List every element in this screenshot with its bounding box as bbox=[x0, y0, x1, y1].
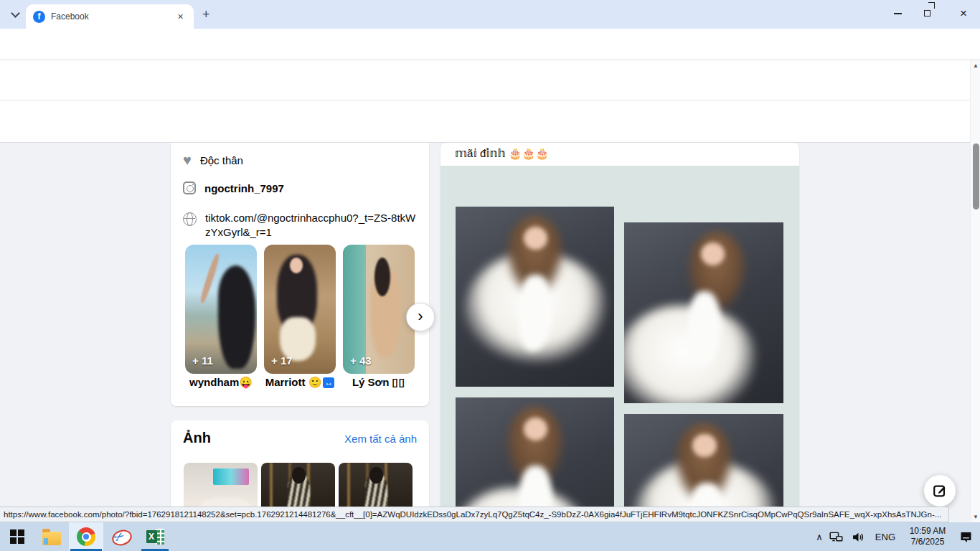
photo-thumbnail[interactable] bbox=[339, 463, 413, 507]
website-link[interactable]: tiktok.com/@ngoctrinhaccphu0?_t=ZS-8tkWz… bbox=[205, 211, 420, 240]
post-photo-4[interactable] bbox=[624, 414, 783, 507]
page-scrollbar[interactable]: ▲ ▼ bbox=[970, 60, 980, 522]
taskbar: ✂ X ∧ ENG 10:59 AM 7/6/2025 bbox=[0, 522, 980, 551]
unsupported-emoji: ▯▯ bbox=[392, 376, 406, 388]
window-minimize-button[interactable] bbox=[881, 0, 914, 27]
scrollbar-thumb[interactable] bbox=[973, 143, 979, 209]
browser-tab-facebook[interactable]: f Facebook × bbox=[26, 4, 194, 29]
chrome-taskbar-button[interactable] bbox=[69, 522, 103, 551]
profile-sticky-bar: Ngọc Trinh bbox=[0, 100, 980, 143]
photo-art bbox=[524, 227, 547, 250]
volume-icon[interactable] bbox=[850, 528, 867, 545]
highlight-card-lyson[interactable]: + 43 bbox=[343, 245, 415, 374]
network-icon[interactable] bbox=[828, 528, 845, 545]
status-url: https://www.facebook.com/photo/?fbid=176… bbox=[0, 510, 941, 519]
facebook-header: f bbox=[0, 60, 980, 100]
tab-title: Facebook bbox=[51, 11, 174, 22]
edit-icon bbox=[932, 483, 948, 499]
snipping-tool-button[interactable]: ✂ bbox=[103, 522, 138, 551]
browser-toolbar: ← → facebook.com/ngoc.trinh.937996 ☆ n ⋮ bbox=[0, 29, 980, 60]
intro-card: ♥ Độc thân ngoctrinh_7997 tiktok.com/@ng… bbox=[171, 143, 429, 406]
screen: f Facebook × + × ← → facebook.com/ngoc.t… bbox=[0, 0, 980, 551]
chrome-icon bbox=[77, 527, 95, 546]
chevron-down-icon bbox=[11, 9, 20, 18]
post-photo-1[interactable] bbox=[456, 207, 614, 387]
window-restore-button[interactable] bbox=[914, 0, 947, 27]
photo-art bbox=[701, 242, 725, 266]
restore-icon bbox=[926, 11, 935, 17]
globe-icon bbox=[183, 212, 197, 226]
scroll-up-arrow[interactable]: ▲ bbox=[971, 62, 980, 69]
instagram-link[interactable]: ngoctrinh_7997 bbox=[204, 182, 284, 194]
highlight-art bbox=[290, 258, 303, 273]
thumb-art bbox=[347, 463, 350, 507]
post-card: 𝕞ã𝕚 đ𝕚̉𝕟𝕙 🎂🎂🎂 bbox=[440, 143, 799, 507]
cake-emojis: 🎂🎂🎂 bbox=[509, 147, 549, 159]
highlight-art bbox=[218, 265, 255, 369]
post-caption: 𝕞ã𝕚 đ𝕚̉𝕟𝕙 🎂🎂🎂 bbox=[455, 147, 549, 160]
start-button[interactable] bbox=[0, 522, 34, 551]
instagram-icon bbox=[183, 182, 196, 194]
instagram-row: ngoctrinh_7997 bbox=[183, 182, 284, 194]
photos-card: Ảnh Xem tất cả ảnh bbox=[171, 420, 429, 507]
thumb-art bbox=[270, 463, 273, 507]
snipping-tool-icon: ✂ bbox=[111, 527, 130, 546]
photo-art bbox=[692, 434, 716, 458]
thumb-art bbox=[197, 498, 253, 507]
page-content: ♥ Độc thân ngoctrinh_7997 tiktok.com/@ng… bbox=[0, 143, 970, 507]
post-photo-collage bbox=[440, 166, 799, 507]
post-photo-3[interactable] bbox=[456, 397, 614, 507]
scroll-down-arrow[interactable]: ▼ bbox=[971, 514, 980, 520]
thumb-art bbox=[213, 468, 248, 485]
thumb-art bbox=[369, 467, 383, 484]
photo-thumbnail[interactable] bbox=[184, 463, 258, 507]
photos-section-title: Ảnh bbox=[183, 430, 211, 446]
folder-icon bbox=[42, 532, 61, 545]
relationship-row: ♥ Độc thân bbox=[183, 152, 243, 168]
clock-date: 7/6/2025 bbox=[911, 537, 945, 547]
highlight-card-wyndham[interactable]: + 11 bbox=[185, 245, 257, 374]
post-photo-2[interactable] bbox=[624, 222, 783, 403]
minimize-icon bbox=[894, 13, 902, 14]
heart-icon: ♥ bbox=[183, 152, 192, 168]
smile-emoji: 🙂 bbox=[308, 376, 322, 388]
facebook-favicon: f bbox=[33, 11, 45, 23]
system-tray: ∧ ENG 10:59 AM 7/6/2025 bbox=[816, 526, 980, 547]
left-right-arrow-emoji: ↔ bbox=[323, 377, 334, 388]
tongue-emoji: 😛 bbox=[239, 376, 253, 388]
taskbar-clock[interactable]: 10:59 AM 7/6/2025 bbox=[903, 526, 952, 547]
photo-art bbox=[524, 418, 547, 441]
photo-thumbnail[interactable] bbox=[261, 463, 335, 507]
highlight-label: Lý Sơn ▯▯ bbox=[343, 376, 415, 389]
action-center-icon[interactable] bbox=[957, 528, 974, 545]
photo-count-badge: + 43 bbox=[350, 354, 372, 367]
photo-count-badge: + 17 bbox=[271, 354, 293, 367]
tab-search-chevron-icon[interactable] bbox=[7, 7, 23, 23]
new-tab-button[interactable]: + bbox=[202, 8, 210, 21]
highlight-label: wyndham😛 bbox=[185, 376, 257, 389]
website-row: tiktok.com/@ngoctrinhaccphu0?_t=ZS-8tkWz… bbox=[183, 211, 420, 240]
highlight-card-marriott[interactable]: + 17 bbox=[264, 245, 336, 374]
browser-tabstrip: f Facebook × + × bbox=[0, 0, 980, 29]
see-all-photos-link[interactable]: Xem tất cả ảnh bbox=[344, 433, 417, 445]
tray-expand-icon[interactable]: ∧ bbox=[816, 532, 823, 542]
excel-icon: X bbox=[146, 528, 164, 545]
highlight-art bbox=[374, 258, 390, 296]
highlights-next-button[interactable]: › bbox=[406, 303, 435, 331]
photo-count-badge: + 11 bbox=[192, 354, 213, 367]
language-indicator[interactable]: ENG bbox=[872, 532, 898, 542]
window-close-button[interactable]: × bbox=[947, 0, 980, 27]
windows-logo-icon bbox=[10, 529, 25, 545]
clock-time: 10:59 AM bbox=[910, 526, 946, 536]
caption-text: 𝕞ã𝕚 đ𝕚̉𝕟𝕙 bbox=[455, 147, 509, 159]
browser-status-bar: https://www.facebook.com/photo/?fbid=176… bbox=[0, 507, 949, 522]
thumb-art bbox=[292, 467, 306, 484]
compose-post-button[interactable] bbox=[924, 475, 956, 507]
highlight-label: Marriott 🙂↔ bbox=[264, 376, 336, 389]
file-explorer-button[interactable] bbox=[34, 522, 69, 551]
excel-taskbar-button[interactable]: X bbox=[138, 522, 172, 551]
tab-close-icon[interactable]: × bbox=[174, 11, 187, 23]
relationship-status: Độc thân bbox=[200, 154, 243, 166]
